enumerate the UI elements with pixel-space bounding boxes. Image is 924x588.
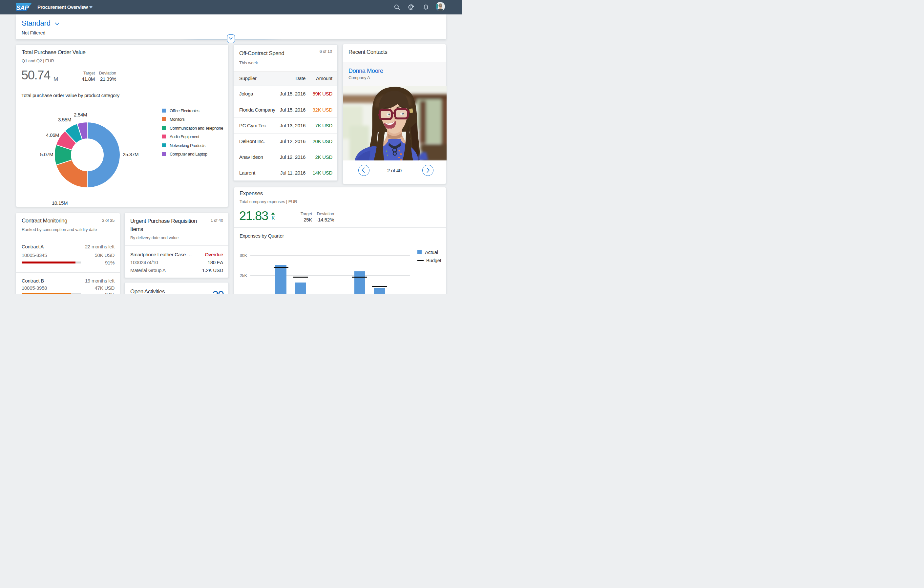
svg-text:SAP: SAP — [16, 4, 29, 11]
